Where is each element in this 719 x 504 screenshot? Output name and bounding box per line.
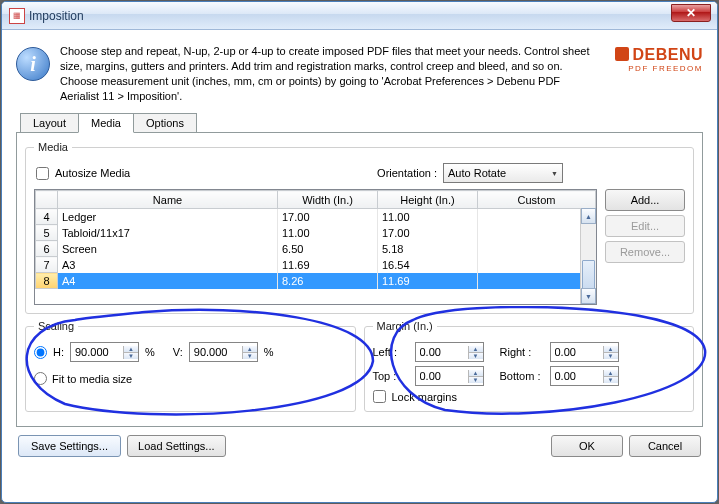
orientation-label: Orientation :: [377, 167, 437, 179]
tab-layout[interactable]: Layout: [20, 113, 79, 132]
info-icon: i: [16, 47, 50, 81]
lock-margins-checkbox[interactable]: Lock margins: [373, 390, 686, 403]
media-legend: Media: [34, 141, 72, 153]
media-table[interactable]: Name Width (In.) Height (In.) Custom 4Le…: [34, 189, 597, 305]
table-row[interactable]: 7A311.6916.54: [36, 257, 596, 273]
close-button[interactable]: ✕: [671, 4, 711, 22]
load-settings-button[interactable]: Load Settings...: [127, 435, 225, 457]
save-settings-button[interactable]: Save Settings...: [18, 435, 121, 457]
orientation-select[interactable]: Auto Rotate: [443, 163, 563, 183]
table-header: Name Width (In.) Height (In.) Custom: [36, 191, 596, 209]
cancel-button[interactable]: Cancel: [629, 435, 701, 457]
scroll-down-icon[interactable]: ▼: [581, 288, 596, 304]
margin-bottom-input[interactable]: ▲▼: [550, 366, 619, 386]
fit-media-radio[interactable]: Fit to media size: [34, 372, 132, 385]
remove-button[interactable]: Remove...: [605, 241, 685, 263]
app-icon: ▦: [9, 8, 25, 24]
tab-content: Media Autosize Media Orientation : Auto …: [16, 132, 703, 427]
debenu-logo: DEBENU PDF FREEDOM: [615, 46, 703, 103]
intro-text: Choose step and repeat, N-up, 2-up or 4-…: [60, 44, 601, 103]
table-row-selected[interactable]: 8A48.2611.69: [36, 273, 596, 289]
ok-button[interactable]: OK: [551, 435, 623, 457]
table-scrollbar[interactable]: ▲ ▼: [580, 208, 596, 304]
tab-options[interactable]: Options: [133, 113, 197, 132]
window-title: Imposition: [29, 9, 84, 23]
autosize-checkbox[interactable]: Autosize Media: [36, 167, 130, 180]
scaling-legend: Scaling: [34, 320, 78, 332]
margin-top-input[interactable]: ▲▼: [415, 366, 484, 386]
table-row[interactable]: 5Tabloid/11x1711.0017.00: [36, 225, 596, 241]
margin-legend: Margin (In.): [373, 320, 437, 332]
dialog-window: ▦ Imposition ✕ i Choose step and repeat,…: [1, 1, 718, 503]
media-group: Media Autosize Media Orientation : Auto …: [25, 141, 694, 314]
margin-group: Margin (In.) Left : ▲▼ Right : ▲▼ Top : …: [364, 320, 695, 412]
table-row[interactable]: 6Screen6.505.18: [36, 241, 596, 257]
scaling-group: Scaling H: ▲▼ % V: ▲▼ % Fit to media siz…: [25, 320, 356, 412]
tab-bar: Layout Media Options: [16, 113, 703, 132]
tab-media[interactable]: Media: [78, 113, 134, 133]
scale-hv-radio[interactable]: [34, 346, 47, 359]
table-row[interactable]: 4Ledger17.0011.00: [36, 209, 596, 225]
scroll-up-icon[interactable]: ▲: [581, 208, 596, 224]
margin-left-input[interactable]: ▲▼: [415, 342, 484, 362]
scale-h-input[interactable]: ▲▼: [70, 342, 139, 362]
titlebar: ▦ Imposition ✕: [2, 2, 717, 30]
scale-v-input[interactable]: ▲▼: [189, 342, 258, 362]
margin-right-input[interactable]: ▲▼: [550, 342, 619, 362]
add-button[interactable]: Add...: [605, 189, 685, 211]
edit-button[interactable]: Edit...: [605, 215, 685, 237]
